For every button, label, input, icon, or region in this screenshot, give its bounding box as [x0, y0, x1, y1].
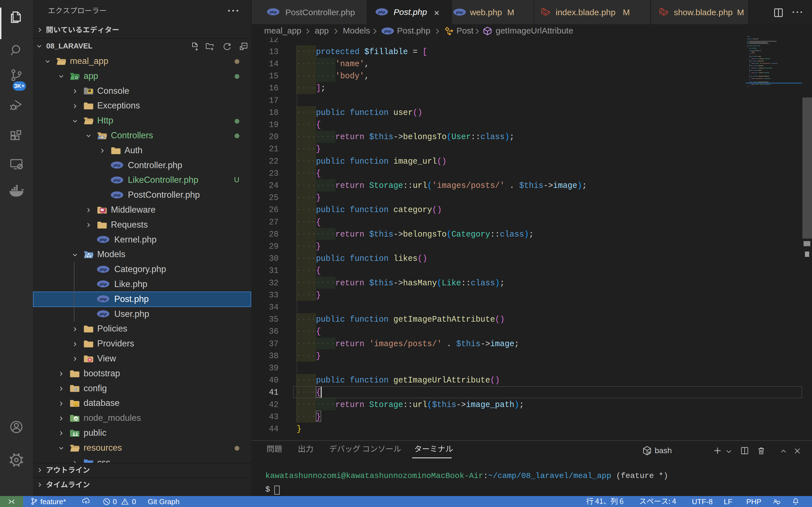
svg-text:php: php	[456, 10, 463, 14]
svg-text:$: $	[648, 451, 650, 454]
svg-text:php: php	[100, 297, 107, 301]
svg-text:JS: JS	[74, 417, 78, 420]
svg-text:php: php	[100, 282, 107, 286]
svg-text:php: php	[113, 178, 121, 182]
svg-text:php: php	[113, 163, 121, 167]
svg-text:php: php	[100, 312, 107, 316]
svg-text:php: php	[100, 267, 107, 272]
svg-text:php: php	[384, 29, 391, 33]
svg-text:php: php	[378, 10, 386, 14]
svg-text:php: php	[113, 193, 121, 197]
svg-text:php: php	[269, 10, 277, 14]
svg-text:php: php	[100, 237, 107, 242]
